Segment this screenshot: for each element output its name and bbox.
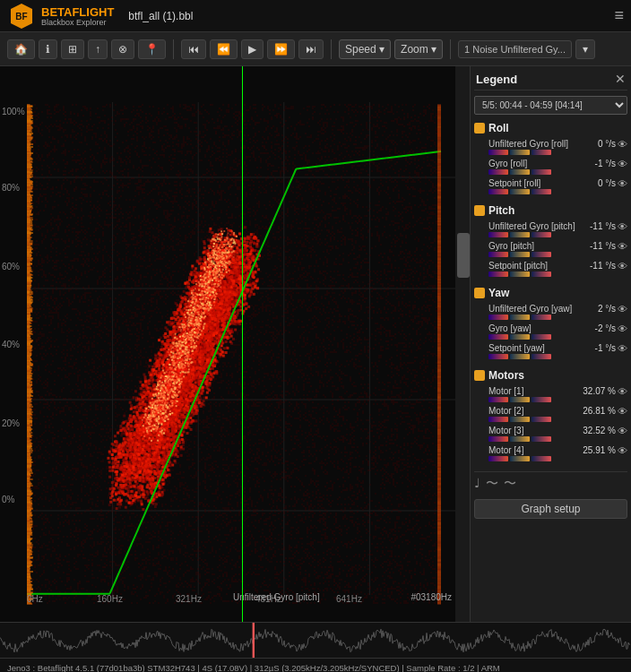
legend-item-left: Gyro [pitch]	[488, 241, 586, 257]
legend-item-left: Motor [4]	[488, 445, 579, 461]
legend-item-eye-button[interactable]: 👁	[618, 304, 627, 314]
graph-setup-button[interactable]: Graph setup	[474, 499, 627, 519]
legend-item-name: Unfiltered Gyro [roll]	[488, 139, 594, 149]
play-button[interactable]: ▶	[241, 39, 264, 59]
x-label-160hz: 160Hz	[97, 594, 123, 604]
source-settings-button[interactable]: ▾	[575, 39, 595, 59]
cursor-line[interactable]	[242, 66, 243, 622]
group-name: Motors	[488, 369, 524, 382]
legend-item-colors	[488, 397, 579, 402]
legend-item-eye-button[interactable]: 👁	[618, 445, 627, 456]
timeline-cursor[interactable]	[253, 623, 255, 658]
info-button[interactable]: ℹ	[39, 39, 57, 59]
pin-button[interactable]: 📍	[138, 39, 166, 59]
session-selector[interactable]: 5/5: 00:44 - 04:59 [04:14]	[474, 96, 627, 115]
color-swatch-3	[532, 417, 551, 422]
legend-item-colors	[488, 169, 592, 175]
legend-item-value: -1 °/s	[595, 159, 616, 168]
legend-item-value: 32.07 %	[583, 386, 616, 396]
titlebar: BF BETAFLIGHT Blackbox Explorer btfl_all…	[0, 0, 631, 32]
legend-item: Setpoint [pitch] -11 °/s 👁	[474, 260, 627, 280]
color-swatch-3	[532, 189, 551, 194]
color-swatch-3	[532, 169, 551, 175]
timeline[interactable]	[0, 622, 631, 658]
legend-item-colors	[488, 417, 579, 422]
vertical-scrollbar[interactable]	[455, 66, 470, 622]
spectrogram-canvas	[0, 66, 455, 622]
target-button[interactable]: ⊗	[111, 39, 134, 59]
legend-item: Motor [2] 26.81 % 👁	[474, 405, 627, 425]
icon-wave2[interactable]: 〜	[504, 476, 516, 492]
color-swatch-2	[510, 271, 530, 277]
color-swatch-3	[532, 397, 551, 402]
legend-item-name: Setpoint [roll]	[488, 178, 594, 188]
speed-dropdown[interactable]: Speed ▾	[339, 39, 391, 59]
app-logo: BF BETAFLIGHT Blackbox Explorer	[7, 2, 114, 30]
legend-item-eye-button[interactable]: 👁	[618, 159, 627, 169]
legend-item-eye-button[interactable]: 👁	[618, 178, 627, 189]
home-button[interactable]: 🏠	[7, 39, 35, 59]
legend-item-left: Gyro [yaw]	[488, 323, 592, 340]
legend-item-eye-button[interactable]: 👁	[618, 406, 627, 417]
color-swatch-3	[532, 334, 551, 340]
legend-item-left: Unfiltered Gyro [pitch]	[488, 221, 586, 237]
color-swatch-2	[510, 354, 530, 359]
legend-group-header-pitch: Pitch	[474, 204, 627, 217]
icon-wave1[interactable]: 〜	[486, 476, 498, 492]
legend-item-value: 32.52 %	[583, 426, 616, 435]
legend-item-eye-button[interactable]: 👁	[618, 261, 627, 271]
next-button[interactable]: ⏩	[267, 39, 295, 59]
color-swatch-2	[510, 456, 530, 461]
color-swatch-1	[488, 169, 508, 175]
scrollbar-thumb[interactable]	[457, 233, 470, 278]
grid-button[interactable]: ⊞	[61, 39, 84, 59]
prev-button[interactable]: ⏪	[210, 39, 238, 59]
legend-item-colors	[488, 456, 579, 461]
color-swatch-3	[532, 252, 551, 257]
up-button[interactable]: ↑	[88, 39, 108, 59]
legend-item-name: Gyro [pitch]	[488, 241, 586, 251]
chart-area[interactable]: GYRO LPF (PT1) Dyn cutoff 250-500Hz GYRO…	[0, 66, 470, 622]
y-label-80: 80%	[2, 183, 20, 193]
color-swatch-3	[532, 436, 551, 442]
legend-panel: Legend ✕ 5/5: 00:44 - 04:59 [04:14] Roll…	[470, 66, 631, 622]
color-swatch-2	[510, 417, 530, 422]
source-label: 1 Noise Unfiltered Gy...	[458, 40, 572, 58]
x-label-321hz: 321Hz	[176, 594, 202, 604]
legend-item: Setpoint [roll] 0 °/s 👁	[474, 177, 627, 197]
color-swatch-3	[532, 150, 551, 155]
legend-item-eye-button[interactable]: 👁	[618, 139, 627, 150]
legend-item-name: Setpoint [yaw]	[488, 343, 592, 353]
color-swatch-1	[488, 232, 508, 237]
x-label-0hz: 0Hz	[27, 594, 43, 604]
zoom-dropdown[interactable]: Zoom ▾	[394, 39, 443, 59]
legend-group-header-yaw: Yaw	[474, 287, 627, 299]
icon-music[interactable]: ♩	[474, 476, 480, 492]
skip-end-button[interactable]: ⏭	[298, 39, 324, 59]
legend-item-colors	[488, 252, 586, 257]
legend-item-eye-button[interactable]: 👁	[618, 221, 627, 232]
legend-item-eye-button[interactable]: 👁	[618, 241, 627, 252]
legend-group-header-motors: Motors	[474, 369, 627, 382]
legend-item-eye-button[interactable]: 👁	[618, 386, 627, 397]
legend-item-name: Unfiltered Gyro [pitch]	[488, 221, 586, 231]
group-color-dot	[474, 370, 485, 381]
legend-item-eye-button[interactable]: 👁	[618, 426, 627, 436]
color-swatch-1	[488, 436, 508, 442]
timeline-canvas	[0, 623, 631, 658]
legend-bottom-icons: ♩ 〜 〜	[474, 471, 627, 495]
color-swatch-2	[510, 169, 530, 175]
app-sub: Blackbox Explorer	[41, 19, 114, 27]
legend-item-value: -11 °/s	[590, 221, 616, 231]
legend-item-eye-button[interactable]: 👁	[618, 343, 627, 354]
y-label-20: 20%	[2, 418, 20, 428]
legend-close-button[interactable]: ✕	[615, 72, 626, 86]
toolbar-separator-3	[450, 39, 451, 59]
legend-item: Setpoint [yaw] -1 °/s 👁	[474, 342, 627, 362]
statusbar: Jeno3 : Betaflight 4.5.1 (77d01ba3b) STM…	[0, 658, 631, 672]
legend-item-colors	[488, 436, 579, 442]
legend-item-eye-button[interactable]: 👁	[618, 323, 627, 334]
skip-start-button[interactable]: ⏮	[181, 39, 206, 59]
menu-button[interactable]: ≡	[614, 6, 624, 25]
legend-item-name: Gyro [yaw]	[488, 323, 592, 333]
